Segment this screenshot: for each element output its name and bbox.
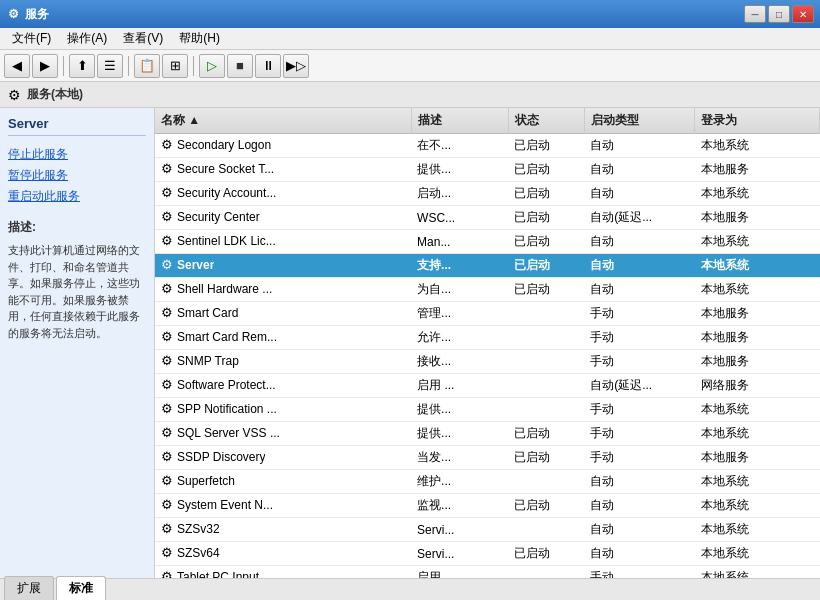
window-title: 服务 [25,6,49,23]
table-row[interactable]: ⚙Security CenterWSC...已启动自动(延迟...本地服务 [155,206,820,230]
restore-button[interactable]: □ [768,5,790,23]
service-login: 本地系统 [695,182,820,206]
close-button[interactable]: ✕ [792,5,814,23]
new-button[interactable]: 📋 [134,54,160,78]
table-row[interactable]: ⚙Software Protect...启用 ...自动(延迟...网络服务 [155,374,820,398]
service-name: Secure Socket T... [177,162,274,176]
service-login: 本地服务 [695,326,820,350]
table-row[interactable]: ⚙Security Account...启动...已启动自动本地系统 [155,182,820,206]
col-header-login[interactable]: 登录为 [695,108,820,134]
service-table-wrap[interactable]: 名称 ▲ 描述 状态 启动类型 登录为 ⚙Secondary Logon在不..… [155,108,820,578]
service-name: Smart Card [177,306,238,320]
service-desc: Man... [411,230,508,254]
service-name: SNMP Trap [177,354,239,368]
service-login: 本地系统 [695,134,820,158]
table-row[interactable]: ⚙Server支持...已启动自动本地系统 [155,254,820,278]
service-desc: Servi... [411,518,508,542]
window-controls: ─ □ ✕ [744,5,814,23]
service-name: Server [177,258,214,272]
service-status: 已启动 [508,422,584,446]
minimize-button[interactable]: ─ [744,5,766,23]
right-panel: 名称 ▲ 描述 状态 启动类型 登录为 ⚙Secondary Logon在不..… [155,108,820,578]
link-restart-service[interactable]: 重启动此服务 [8,188,146,205]
table-row[interactable]: ⚙SNMP Trap接收...手动本地服务 [155,350,820,374]
tab-standard[interactable]: 标准 [56,576,106,600]
service-login: 本地服务 [695,446,820,470]
service-status: 已启动 [508,182,584,206]
service-desc: 管理... [411,302,508,326]
service-login: 本地服务 [695,158,820,182]
service-icon: ⚙ [161,209,173,224]
stop-button[interactable]: ■ [227,54,253,78]
table-row[interactable]: ⚙SZSv64Servi...已启动自动本地系统 [155,542,820,566]
table-row[interactable]: ⚙SQL Server VSS ...提供...已启动手动本地系统 [155,422,820,446]
desc-label: 描述: [8,219,146,236]
col-header-desc[interactable]: 描述 [411,108,508,134]
service-name: SPP Notification ... [177,402,277,416]
service-login: 本地系统 [695,230,820,254]
service-startup: 自动 [584,542,695,566]
service-status: 已启动 [508,494,584,518]
menu-file[interactable]: 文件(F) [4,28,59,49]
menu-action[interactable]: 操作(A) [59,28,115,49]
tab-expand[interactable]: 扩展 [4,576,54,600]
up-button[interactable]: ⬆ [69,54,95,78]
restart-button[interactable]: ▶▷ [283,54,309,78]
service-icon: ⚙ [161,185,173,200]
service-icon: ⚙ [161,137,173,152]
service-startup: 手动 [584,326,695,350]
service-icon: ⚙ [161,353,173,368]
service-status [508,566,584,579]
col-header-status[interactable]: 状态 [508,108,584,134]
menu-view[interactable]: 查看(V) [115,28,171,49]
service-startup: 自动 [584,182,695,206]
service-login: 本地系统 [695,278,820,302]
show-hide-button[interactable]: ☰ [97,54,123,78]
table-row[interactable]: ⚙SSDP Discovery当发...已启动手动本地服务 [155,446,820,470]
table-row[interactable]: ⚙Secure Socket T...提供...已启动自动本地服务 [155,158,820,182]
service-startup: 自动 [584,470,695,494]
service-name: SQL Server VSS ... [177,426,280,440]
menu-help[interactable]: 帮助(H) [171,28,228,49]
table-row[interactable]: ⚙Sentinel LDK Lic...Man...已启动自动本地系统 [155,230,820,254]
main-area: Server 停止此服务 暂停此服务 重启动此服务 描述: 支持此计算机通过网络… [0,108,820,578]
table-row[interactable]: ⚙Smart Card管理...手动本地服务 [155,302,820,326]
back-button[interactable]: ◀ [4,54,30,78]
table-row[interactable]: ⚙Shell Hardware ...为自...已启动自动本地系统 [155,278,820,302]
service-status [508,470,584,494]
link-stop-service[interactable]: 停止此服务 [8,146,146,163]
table-row[interactable]: ⚙SZSv32Servi...自动本地系统 [155,518,820,542]
table-row[interactable]: ⚙SPP Notification ...提供...手动本地系统 [155,398,820,422]
table-row[interactable]: ⚙System Event N...监视...已启动自动本地系统 [155,494,820,518]
service-desc: 启用 ... [411,566,508,579]
service-status: 已启动 [508,446,584,470]
service-icon: ⚙ [161,425,173,440]
col-header-name[interactable]: 名称 ▲ [155,108,411,134]
service-name: Security Account... [177,186,276,200]
pause-button[interactable]: ⏸ [255,54,281,78]
service-startup: 自动(延迟... [584,374,695,398]
service-startup: 自动(延迟... [584,206,695,230]
service-icon: ⚙ [161,161,173,176]
col-header-startup[interactable]: 启动类型 [584,108,695,134]
service-startup: 自动 [584,230,695,254]
service-icon: ⚙ [161,401,173,416]
service-status [508,518,584,542]
properties-button[interactable]: ⊞ [162,54,188,78]
service-login: 网络服务 [695,374,820,398]
forward-button[interactable]: ▶ [32,54,58,78]
service-desc: 支持... [411,254,508,278]
service-desc: 允许... [411,326,508,350]
service-login: 本地系统 [695,518,820,542]
table-row[interactable]: ⚙Superfetch维护...自动本地系统 [155,470,820,494]
service-status: 已启动 [508,278,584,302]
table-row[interactable]: ⚙Tablet PC Input ...启用 ...手动本地系统 [155,566,820,579]
address-icon: ⚙ [8,87,21,103]
run-button[interactable]: ▷ [199,54,225,78]
table-row[interactable]: ⚙Smart Card Rem...允许...手动本地服务 [155,326,820,350]
service-desc: 维护... [411,470,508,494]
link-pause-service[interactable]: 暂停此服务 [8,167,146,184]
table-row[interactable]: ⚙Secondary Logon在不...已启动自动本地系统 [155,134,820,158]
service-startup: 自动 [584,518,695,542]
service-startup: 自动 [584,494,695,518]
